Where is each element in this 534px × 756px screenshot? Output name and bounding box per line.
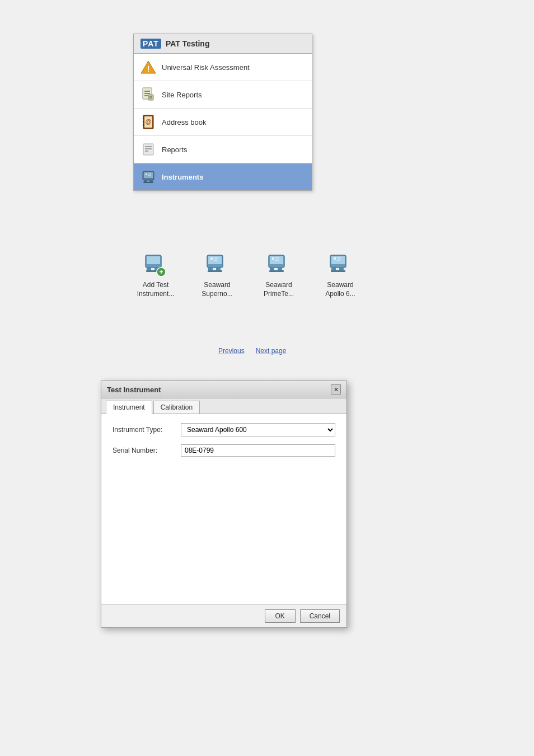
svg-rect-57 (337, 257, 341, 259)
ok-button[interactable]: OK (265, 609, 296, 623)
menu-item-reports[interactable]: Reports (134, 136, 312, 163)
dialog-close-button[interactable]: ✕ (331, 384, 341, 395)
dialog-body: Instrument Type: Seaward Apollo 600 Seaw… (101, 414, 346, 604)
svg-rect-42 (214, 260, 217, 261)
svg-rect-16 (143, 144, 153, 155)
menu-item-reports-label: Reports (162, 145, 188, 154)
svg-rect-47 (269, 270, 284, 272)
instrument-item-seaward-superno[interactable]: Seaward Superno... (195, 252, 240, 298)
svg-rect-50 (275, 260, 279, 261)
instrument-item-add-test-label: Add Test Instrument... (137, 281, 175, 298)
svg-text:!: ! (147, 64, 150, 73)
svg-rect-39 (208, 270, 222, 272)
serial-number-label: Serial Number: (113, 447, 174, 454)
dialog-tabs: Instrument Calibration (101, 398, 346, 414)
svg-rect-15 (143, 124, 144, 126)
svg-rect-13 (143, 118, 144, 119)
serial-number-field: Serial Number: (113, 444, 335, 457)
add-test-instrument-icon: + (142, 252, 169, 279)
svg-rect-29 (147, 256, 160, 264)
svg-rect-55 (331, 270, 345, 272)
svg-rect-25 (146, 173, 147, 175)
seaward-primete-icon (265, 252, 292, 279)
svg-rect-48 (272, 257, 274, 260)
svg-rect-27 (148, 175, 151, 176)
svg-rect-24 (143, 182, 153, 183)
svg-rect-7 (148, 95, 153, 100)
svg-text:+: + (159, 268, 163, 276)
svg-rect-41 (214, 257, 218, 259)
test-instrument-dialog: Test Instrument ✕ Instrument Calibration… (101, 381, 347, 628)
seaward-apollo6-icon (327, 252, 354, 279)
tab-instrument[interactable]: Instrument (106, 401, 152, 414)
svg-rect-49 (275, 257, 279, 259)
pat-logo: PAT (140, 39, 161, 49)
instrument-type-label: Instrument Type: (113, 426, 174, 434)
svg-rect-40 (210, 257, 213, 260)
dialog-titlebar: Test Instrument ✕ (101, 381, 346, 398)
menu-header-title: PAT Testing (166, 39, 210, 48)
menu-item-universal-risk-label: Universal Risk Assessment (162, 63, 250, 72)
svg-text:@: @ (145, 118, 151, 125)
universal-risk-icon: ! (140, 59, 156, 75)
reports-icon (140, 142, 156, 157)
dialog-footer: OK Cancel (101, 604, 346, 627)
serial-number-input[interactable] (181, 444, 335, 457)
instrument-type-field: Instrument Type: Seaward Apollo 600 Seaw… (113, 423, 335, 436)
svg-rect-56 (334, 257, 336, 260)
svg-rect-58 (337, 260, 340, 261)
menu-item-site-reports[interactable]: Site Reports (134, 81, 312, 109)
menu-item-site-reports-label: Site Reports (162, 91, 202, 99)
instrument-type-select[interactable]: Seaward Apollo 600 Seaward SuperNova Sea… (181, 423, 335, 436)
cancel-button[interactable]: Cancel (300, 609, 340, 623)
pagination-area: Previous Next page (218, 347, 286, 355)
menu-header: PAT PAT Testing (134, 34, 312, 54)
tab-calibration[interactable]: Calibration (153, 401, 200, 414)
instrument-item-add-test[interactable]: + Add Test Instrument... (133, 252, 178, 298)
dialog-title: Test Instrument (107, 386, 161, 394)
instrument-item-seaward-superno-label: Seaward Superno... (202, 281, 232, 298)
instrument-item-seaward-apollo6[interactable]: Seaward Apollo 6... (318, 252, 363, 298)
menu-item-address-book-label: Address book (162, 118, 207, 126)
site-reports-icon (140, 87, 156, 102)
menu-item-address-book[interactable]: @ Address book (134, 109, 312, 136)
instrument-item-seaward-primete[interactable]: Seaward PrimeTe... (256, 252, 301, 298)
instrument-item-seaward-apollo6-label: Seaward Apollo 6... (325, 281, 355, 298)
menu-item-instruments-label: Instruments (162, 173, 203, 181)
menu-panel: PAT PAT Testing ! Universal Risk Assessm… (133, 34, 312, 191)
instruments-grid: + Add Test Instrument... Seaward Superno… (133, 252, 363, 298)
address-book-icon: @ (140, 114, 156, 130)
prev-page-link[interactable]: Previous (218, 347, 245, 355)
instrument-item-seaward-primete-label: Seaward PrimeTe... (264, 281, 294, 298)
svg-rect-26 (148, 173, 151, 175)
menu-item-instruments[interactable]: Instruments (134, 163, 312, 190)
instruments-icon (140, 169, 156, 185)
next-page-link[interactable]: Next page (256, 347, 287, 355)
menu-item-universal-risk[interactable]: ! Universal Risk Assessment (134, 54, 312, 81)
svg-rect-14 (143, 121, 144, 123)
seaward-superno-icon (204, 252, 231, 279)
